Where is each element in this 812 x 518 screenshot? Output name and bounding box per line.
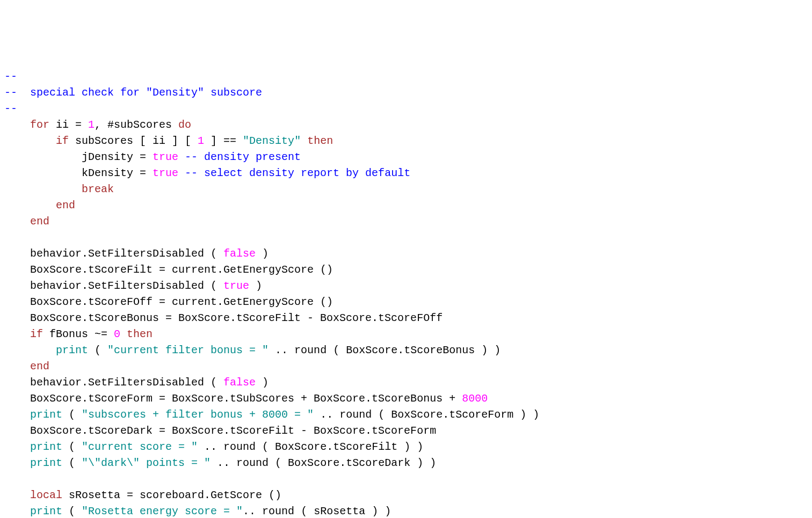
number-literal: 1	[198, 135, 204, 147]
code-text: BoxScore.tScoreForm = BoxScore.tSubScore…	[4, 392, 462, 405]
keyword-end: end	[56, 199, 75, 211]
string-literal: "subscores + filter bonus + 8000 = "	[82, 408, 314, 421]
code-text: (	[62, 457, 82, 469]
bool-literal: false	[223, 247, 256, 260]
keyword-local: local	[30, 489, 62, 501]
code-text: behavior.SetFiltersDisabled (	[4, 280, 223, 292]
bool-literal: false	[223, 376, 256, 389]
code-text: BoxScore.tScoreDark = BoxScore.tScoreFil…	[4, 425, 436, 437]
code-text: BoxScore.tScoreFilt = current.GetEnergyS…	[4, 264, 333, 276]
func-print: print	[30, 441, 62, 453]
comment-inline: -- select density report by default	[178, 167, 410, 179]
comment-line: -- special check for "Density" subscore	[4, 86, 262, 99]
number-literal: 8000	[462, 392, 488, 405]
code-text: (	[62, 408, 82, 421]
keyword-do: do	[178, 119, 191, 131]
code-text: behavior.SetFiltersDisabled (	[4, 247, 223, 260]
keyword-break: break	[82, 183, 114, 195]
keyword-end: end	[30, 215, 49, 228]
string-literal: "\"dark\" points = "	[82, 457, 211, 469]
func-print: print	[56, 344, 88, 356]
comment-line: --	[4, 103, 17, 115]
string-literal: "current score = "	[82, 441, 198, 453]
code-text: fBonus ~=	[43, 328, 114, 340]
comment-line: --	[4, 70, 17, 83]
code-text: (	[88, 344, 107, 356]
code-text: (	[62, 505, 82, 517]
keyword-then: then	[120, 328, 153, 340]
code-text: jDensity =	[4, 151, 153, 163]
code-text: .. round ( BoxScore.tScoreDark ) )	[211, 457, 436, 469]
code-text: behavior.SetFiltersDisabled (	[4, 376, 223, 389]
code-text: BoxScore.tScoreBonus = BoxScore.tScoreFi…	[4, 312, 443, 324]
bool-literal: true	[153, 167, 178, 179]
code-text: )	[256, 376, 269, 389]
comment-inline: -- density present	[178, 151, 301, 163]
code-text: .. round ( BoxScore.tScoreBonus ) )	[269, 344, 501, 356]
number-literal: 0	[114, 328, 120, 340]
bool-literal: true	[223, 280, 249, 292]
keyword-then: then	[301, 135, 333, 147]
keyword-for: for	[30, 119, 49, 131]
code-text: sRosetta = scoreboard.GetScore ()	[62, 489, 281, 501]
code-text: kDensity =	[4, 167, 153, 179]
code-text: , #subScores	[95, 119, 178, 131]
code-text: .. round ( BoxScore.tScoreFilt ) )	[198, 441, 423, 453]
code-text: BoxScore.tScoreFOff = current.GetEnergyS…	[4, 296, 333, 308]
keyword-if: if	[30, 328, 43, 340]
bool-literal: true	[153, 151, 178, 163]
code-text: subScores [ ii ] [	[69, 135, 198, 147]
func-print: print	[30, 408, 62, 421]
string-literal: "Density"	[243, 135, 301, 147]
code-text: )	[256, 247, 269, 260]
code-text: )	[249, 280, 262, 292]
func-print: print	[30, 457, 62, 469]
keyword-end: end	[30, 360, 49, 373]
string-literal: "Rosetta energy score = "	[82, 505, 243, 517]
code-text: .. round ( BoxScore.tScoreForm ) )	[314, 408, 539, 421]
keyword-if: if	[56, 135, 69, 147]
func-print: print	[30, 505, 62, 517]
string-literal: "current filter bonus = "	[107, 344, 269, 356]
code-text: ] ==	[204, 135, 243, 147]
code-text: (	[62, 441, 82, 453]
code-block: -- -- special check for "Density" subsco…	[4, 69, 808, 518]
number-literal: 1	[88, 119, 95, 131]
code-text: .. round ( sRosetta ) )	[243, 505, 391, 517]
code-text: ii =	[49, 119, 88, 131]
